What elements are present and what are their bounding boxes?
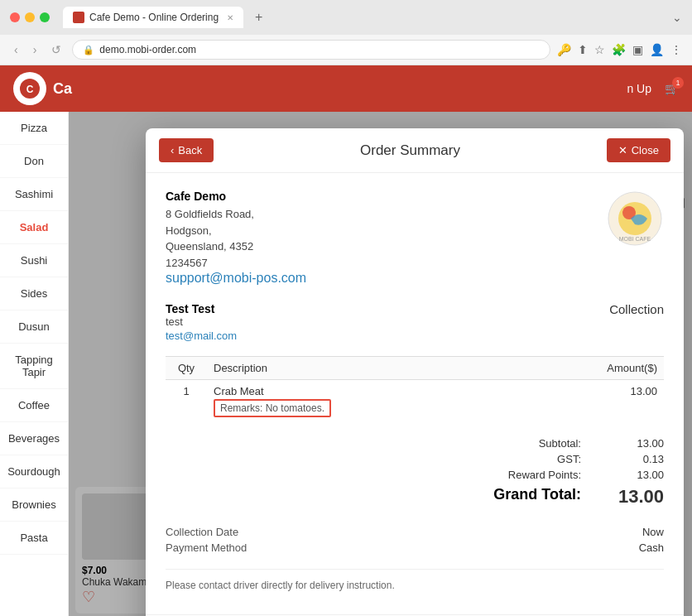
sidebar-item-pasta[interactable]: Pasta (0, 522, 68, 555)
sidebar-item-don[interactable]: Don (0, 145, 68, 178)
sidebar-item-beverages[interactable]: Beverages (0, 422, 68, 455)
menu-icon: ⋮ (670, 43, 682, 56)
back-chevron-icon: ‹ (171, 144, 174, 156)
signup-label: n Up (627, 82, 651, 95)
customer-row: Test Test test test@mail.com Collection (166, 302, 664, 343)
app-header: C Ca n Up 🛒 1 (0, 65, 692, 112)
close-label: Close (632, 144, 659, 156)
browser-dots (10, 12, 50, 22)
gst-row: GST: 0.13 (166, 451, 664, 467)
reward-label: Reward Points: (482, 469, 581, 481)
collection-date-row: Collection Date Now (166, 524, 664, 540)
cart-badge: 1 (672, 77, 684, 89)
close-x-icon: ✕ (618, 144, 627, 156)
sidebar: Pizza Don Sashimi Salad Sushi Sides Dusu… (0, 112, 69, 616)
nav-forward-button[interactable]: › (29, 41, 41, 58)
disclaimer: Please contact driver directly for deliv… (166, 569, 664, 591)
app: C Ca n Up 🛒 1 Pizza Don Sashimi Salad Su… (0, 65, 692, 616)
svg-text:C: C (26, 84, 34, 95)
tab-favicon (73, 12, 84, 23)
modal-body: Cafe Demo 8 Goldfields Road, Hodgson, Qu… (146, 173, 684, 614)
sidebar-item-sourdough[interactable]: Sourdough (0, 455, 68, 488)
qty-header: Qty (166, 357, 207, 380)
cart-icon-wrap[interactable]: 🛒 1 (665, 82, 679, 95)
totals-section: Subtotal: 13.00 GST: 0.13 Reward Points:… (166, 436, 664, 511)
bookmark-icon: ☆ (594, 43, 605, 56)
back-button[interactable]: ‹ Back (159, 138, 214, 162)
sidebar-item-tapping-tapir[interactable]: Tapping Tapir (0, 344, 68, 389)
close-button[interactable]: ✕ Close (607, 138, 670, 162)
content-area: $7.00 Chuka Wakame ♡ $7.00 Best Seller S… (69, 112, 692, 616)
order-table: Qty Description Amount($) 1 Crab Meat Re… (166, 356, 664, 422)
url-text: demo.mobi-order.com (99, 44, 196, 55)
browser-navbar: ‹ › ↺ 🔒 demo.mobi-order.com 🔑 ⬆ ☆ 🧩 ▣ 👤 … (0, 35, 692, 65)
sidebar-item-sashimi[interactable]: Sashimi (0, 178, 68, 211)
sidebar-item-sides[interactable]: Sides (0, 277, 68, 310)
browser-expand-icon: ⌄ (672, 11, 682, 24)
description-header: Description (207, 357, 515, 380)
minimize-window-dot[interactable] (25, 12, 35, 22)
customer-sub: test (166, 315, 237, 328)
customer-email[interactable]: test@mail.com (166, 330, 237, 342)
header-title: Ca (53, 80, 627, 98)
reward-row: Reward Points: 13.00 (166, 467, 664, 483)
order-summary-modal: ‹ Back Order Summary ✕ Close Cafe Demo (146, 128, 684, 616)
tab-title: Cafe Demo - Online Ordering (89, 12, 219, 23)
address-line1: 8 Goldfields Road, (166, 206, 306, 223)
sidebar-item-dusun[interactable]: Dusun (0, 310, 68, 344)
address-bar[interactable]: 🔒 demo.mobi-order.com (72, 40, 550, 60)
item-qty: 1 (166, 380, 207, 423)
sidebar-item-pizza[interactable]: Pizza (0, 112, 68, 145)
collection-date-value: Now (642, 526, 664, 538)
receipt-header: Cafe Demo 8 Goldfields Road, Hodgson, Qu… (166, 190, 664, 286)
amount-header: Amount($) (515, 357, 664, 380)
sidebar-item-brownies[interactable]: Brownies (0, 488, 68, 522)
tab-close-icon[interactable]: ✕ (227, 13, 233, 22)
browser-titlebar: Cafe Demo - Online Ordering ✕ + ⌄ (0, 0, 692, 35)
gst-value: 0.13 (614, 453, 664, 465)
payment-method-row: Payment Method Cash (166, 540, 664, 556)
logo-icon: C (18, 77, 41, 100)
subtotal-label: Subtotal: (482, 437, 581, 450)
grand-total-row: Grand Total: 13.00 (166, 483, 664, 511)
payment-method-value: Cash (639, 541, 664, 554)
new-tab-button[interactable]: + (250, 10, 267, 25)
order-type: Collection (609, 302, 664, 343)
subtotal-row: Subtotal: 13.00 (166, 436, 664, 451)
browser-nav-icons: 🔑 ⬆ ☆ 🧩 ▣ 👤 ⋮ (557, 43, 682, 56)
sidebar-item-coffee[interactable]: Coffee (0, 389, 68, 422)
header-actions: n Up 🛒 1 (627, 82, 679, 95)
header-logo: C (13, 72, 46, 105)
reward-value: 13.00 (614, 469, 664, 481)
item-name: Crab Meat (214, 385, 508, 397)
item-description: Crab Meat Remarks: No tomatoes. (207, 380, 515, 423)
window-icon: ▣ (632, 43, 643, 56)
item-remarks: Remarks: No tomatoes. (214, 399, 331, 417)
phone: 1234567 (166, 255, 306, 272)
key-icon: 🔑 (557, 43, 571, 56)
lock-icon: 🔒 (83, 45, 94, 55)
address-line2: Hodgson, (166, 223, 306, 239)
collection-date-label: Collection Date (166, 526, 238, 538)
sidebar-item-salad[interactable]: Salad (0, 211, 68, 244)
maximize-window-dot[interactable] (40, 12, 50, 22)
receipt-logo: MOBI CAFE (606, 190, 664, 248)
order-details: Collection Date Now Payment Method Cash (166, 524, 664, 556)
email-link[interactable]: support@mobi-pos.com (166, 271, 306, 285)
nav-refresh-button[interactable]: ↺ (47, 41, 65, 58)
modal-header: ‹ Back Order Summary ✕ Close (146, 128, 684, 173)
receipt-address: Cafe Demo 8 Goldfields Road, Hodgson, Qu… (166, 190, 306, 286)
nav-back-button[interactable]: ‹ (10, 41, 22, 58)
browser-chrome: Cafe Demo - Online Ordering ✕ + ⌄ ‹ › ↺ … (0, 0, 692, 65)
share-icon: ⬆ (578, 43, 588, 56)
svg-text:MOBI CAFE: MOBI CAFE (619, 236, 651, 242)
close-window-dot[interactable] (10, 12, 20, 22)
browser-tab[interactable]: Cafe Demo - Online Ordering ✕ (63, 7, 243, 28)
sidebar-item-sushi[interactable]: Sushi (0, 244, 68, 277)
modal-title: Order Summary (360, 142, 460, 159)
grand-total-label: Grand Total: (482, 486, 581, 508)
customer-info: Test Test test test@mail.com (166, 302, 237, 343)
subtotal-value: 13.00 (614, 437, 664, 450)
grand-total-value: 13.00 (614, 486, 664, 508)
business-name: Cafe Demo (166, 190, 306, 203)
